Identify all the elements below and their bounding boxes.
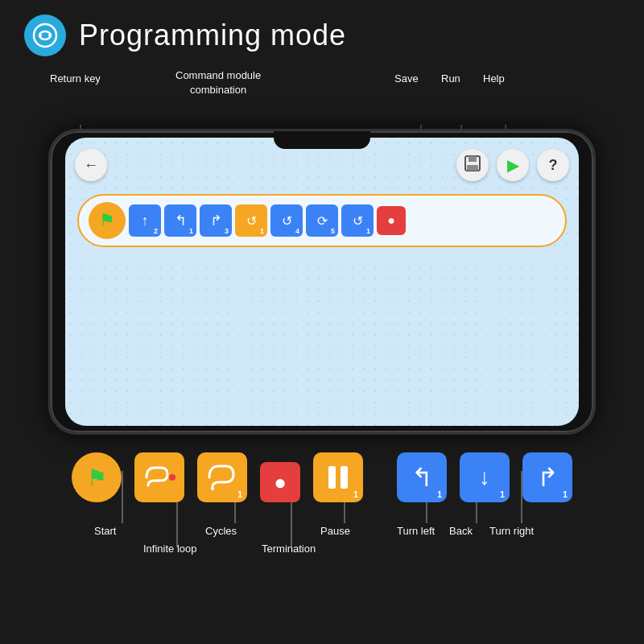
loop-icon-1: ↺: [246, 213, 257, 229]
command-module-label: Command modulecombination: [175, 68, 261, 97]
pause-label: Pause: [320, 525, 350, 537]
save-label: Save: [394, 72, 419, 86]
svg-point-16: [48, 34, 52, 37]
play-icon: ▶: [507, 155, 519, 175]
loop-icon-2: ↺: [282, 213, 292, 229]
svg-point-13: [34, 24, 56, 47]
svg-rect-19: [467, 165, 478, 171]
run-button[interactable]: ▶: [497, 149, 529, 181]
infinite-loop-button[interactable]: [134, 452, 184, 502]
back-button[interactable]: ←: [75, 149, 107, 181]
return-key-label: Return key: [50, 72, 101, 86]
loop-icon-3: ↺: [353, 213, 363, 229]
move-block-1[interactable]: ↑ 2: [129, 204, 161, 237]
turn-left-tb-icon: ↰: [411, 462, 433, 493]
turn-right-icon-1: ↱: [210, 212, 222, 229]
up-arrow-icon: ↑: [142, 213, 149, 229]
back-tb-icon: ↓: [479, 464, 490, 490]
turn-block-1[interactable]: ↰ 1: [164, 204, 196, 237]
stop-block[interactable]: ●: [377, 206, 406, 235]
bottom-labels-container: Start Infinite loop Cycles Termination P…: [0, 509, 644, 573]
tb-turn-left: ↰ 1: [397, 452, 447, 502]
cycles-button[interactable]: 1: [197, 452, 247, 502]
phone-notch: [274, 131, 370, 149]
turn-right-label: Turn right: [489, 525, 534, 537]
block-number-7: 1: [366, 227, 370, 235]
turn-right-number: 1: [563, 489, 568, 499]
help-label: Help: [483, 72, 505, 86]
cycles-label: Cycles: [205, 525, 237, 537]
command-strip-container: ⚑ ↑ 2 ↰ 1 ↱ 3: [77, 194, 567, 247]
loop-block-3[interactable]: ↺ 1: [341, 204, 374, 237]
pause-button[interactable]: 1: [313, 452, 363, 502]
loop-block-1[interactable]: ↺ 1: [235, 204, 267, 237]
termination-dot-icon: ●: [274, 470, 287, 495]
tb-termination: ●: [260, 462, 300, 502]
turn-left-icon-1: ↰: [175, 212, 187, 229]
bottom-toolbar: ⚑ 1 ●: [0, 452, 644, 502]
help-button[interactable]: ?: [537, 149, 569, 181]
infinite-loop-icon: [143, 463, 175, 492]
save-button[interactable]: [456, 149, 489, 181]
block-number-1: 2: [154, 227, 158, 235]
svg-rect-23: [341, 466, 348, 489]
turn-left-button[interactable]: ↰ 1: [397, 452, 447, 502]
phone: ← ▶: [48, 129, 596, 435]
tb-back: ↓ 1: [460, 452, 510, 502]
tb-cycles: 1: [197, 452, 247, 502]
phone-screen: ← ▶: [65, 138, 579, 426]
loop-block-2[interactable]: ↺ 4: [270, 204, 303, 237]
flag-icon: ⚑: [99, 210, 115, 231]
block-number-6: 5: [331, 227, 335, 235]
svg-rect-22: [328, 466, 336, 489]
termination-label: Termination: [262, 543, 316, 555]
rotate-block[interactable]: ⟳ 5: [306, 204, 338, 237]
phone-container: ← ▶: [0, 129, 644, 435]
start-block[interactable]: ⚑: [89, 202, 126, 239]
svg-point-20: [169, 474, 175, 481]
programming-mode-icon: [24, 14, 66, 56]
back-label: Back: [449, 525, 473, 537]
command-strip: ⚑ ↑ 2 ↰ 1 ↱ 3: [77, 194, 567, 247]
block-number-2: 1: [189, 227, 193, 235]
save-icon: [464, 155, 481, 176]
action-buttons: ▶ ?: [456, 149, 569, 181]
back-tb-button[interactable]: ↓ 1: [460, 452, 510, 502]
pause-number: 1: [353, 489, 358, 499]
termination-button[interactable]: ●: [260, 462, 300, 502]
tb-turn-right: ↱ 1: [522, 452, 572, 502]
start-tb-button[interactable]: ⚑: [72, 452, 122, 502]
turn-right-button[interactable]: ↱ 1: [522, 452, 572, 502]
tb-pause: 1: [313, 452, 363, 502]
back-arrow-icon: ←: [84, 157, 98, 174]
rotate-icon: ⟳: [317, 213, 328, 229]
question-icon: ?: [549, 157, 558, 174]
cycles-number: 1: [237, 489, 242, 499]
header: Programming mode: [0, 0, 644, 64]
page-title: Programming mode: [79, 19, 346, 52]
svg-point-15: [39, 34, 42, 37]
block-number-5: 4: [295, 227, 299, 235]
stop-dot-icon: ●: [387, 213, 395, 228]
turn-left-number: 1: [437, 489, 442, 499]
pause-icon: [326, 463, 350, 492]
start-flag-icon: ⚑: [87, 464, 107, 491]
turn-left-label: Turn left: [397, 525, 435, 537]
turn-right-tb-icon: ↱: [537, 462, 559, 493]
svg-point-21: [211, 487, 214, 490]
start-label: Start: [94, 525, 116, 537]
turn-block-2[interactable]: ↱ 3: [200, 204, 232, 237]
block-number-4: 1: [260, 227, 264, 235]
back-number: 1: [500, 489, 505, 499]
infinite-loop-label: Infinite loop: [143, 543, 197, 555]
tb-infinite-loop: [134, 452, 184, 502]
svg-rect-18: [469, 156, 477, 162]
run-label: Run: [441, 72, 460, 86]
block-number-3: 3: [225, 227, 229, 235]
cycles-icon: [206, 461, 238, 493]
phone-top-bar: ← ▶: [75, 147, 569, 183]
tb-start: ⚑: [72, 452, 122, 502]
